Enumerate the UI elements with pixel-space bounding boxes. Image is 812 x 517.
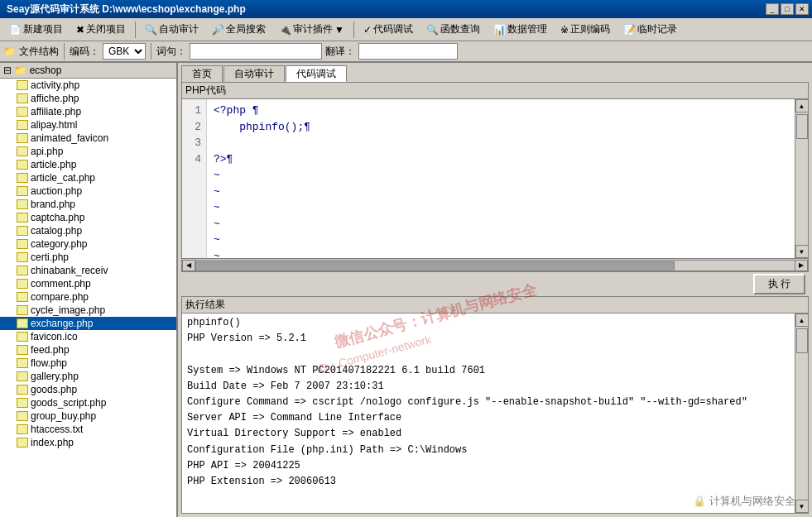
tree-item[interactable]: alipay.html [0, 118, 176, 132]
execute-button[interactable]: 执 行 [753, 274, 805, 294]
exec-row: 执 行 [178, 272, 812, 296]
collapse-icon: ⊟ [3, 65, 12, 76]
tree-item[interactable]: brand.php [0, 198, 176, 211]
tree-item[interactable]: activity.php [0, 79, 176, 92]
h-scroll-left[interactable]: ◀ [182, 260, 195, 271]
tree-item[interactable]: feed.php [0, 343, 176, 357]
tab-code-debug[interactable]: 代码调试 [286, 65, 347, 82]
file-tree-header: ⊟ 📁 ecshop [0, 63, 176, 79]
file-icon [17, 226, 28, 236]
tree-item[interactable]: chinabank_receiv [0, 264, 176, 277]
h-scroll-area[interactable]: ◀ ▶ [182, 258, 808, 271]
h-scrollbar-thumb[interactable] [195, 261, 675, 271]
file-icon [17, 305, 28, 315]
tree-item[interactable]: article_cat.php [0, 171, 176, 184]
minimize-button[interactable]: _ [766, 3, 779, 15]
root-folder-label: ecshop [30, 65, 62, 76]
results-vscrollbar[interactable]: ▲ ▼ [795, 314, 808, 513]
file-icon [17, 107, 28, 117]
results-header: 执行结果 [182, 297, 808, 314]
tree-item[interactable]: group_buy.php [0, 409, 176, 423]
file-label: exchange.php [31, 318, 93, 329]
results-body: phpinfo()PHP Version => 5.2.1 System => … [182, 314, 808, 513]
code-content[interactable]: <?php ¶ phpinfo();¶ ?>¶ ~ ~ ~ ~ ~ ~ ~ ~ [207, 99, 795, 258]
tab-home[interactable]: 首页 [181, 65, 223, 82]
scroll-thumb[interactable] [796, 114, 808, 139]
maximize-button[interactable]: □ [781, 3, 794, 15]
scroll-down-arrow[interactable]: ▼ [795, 245, 809, 258]
tree-item[interactable]: cycle_image.php [0, 304, 176, 317]
results-content[interactable]: phpinfo()PHP Version => 5.2.1 System => … [182, 314, 795, 513]
global-search-button[interactable]: 🔎 全局搜索 [206, 21, 271, 39]
tree-item[interactable]: flow.php [0, 357, 176, 370]
file-label: api.php [31, 146, 63, 157]
tree-item[interactable]: category.php [0, 237, 176, 251]
tree-item[interactable]: gallery.php [0, 370, 176, 383]
tree-item[interactable]: exchange.php [0, 317, 176, 330]
file-icon [17, 438, 28, 448]
data-mgmt-icon: 📊 [493, 24, 506, 36]
file-label: chinabank_receiv [31, 265, 108, 276]
tree-item[interactable]: favicon.ico [0, 330, 176, 343]
tab-auto-audit[interactable]: 自动审计 [223, 65, 285, 82]
tree-item[interactable]: api.php [0, 145, 176, 158]
close-button[interactable]: ✕ [795, 3, 809, 15]
results-scroll-down[interactable]: ▼ [795, 500, 809, 513]
tree-item[interactable]: animated_favicon [0, 132, 176, 145]
code-debug-icon: ✓ [363, 24, 372, 36]
data-mgmt-button[interactable]: 📊 数据管理 [488, 21, 553, 39]
tree-item[interactable]: affiche.php [0, 92, 176, 105]
new-project-icon: 📄 [9, 24, 22, 36]
file-icon [17, 160, 28, 170]
audit-plugin-button[interactable]: 🔌 审计插件 ▼ [273, 21, 350, 39]
tree-item[interactable]: captcha.php [0, 211, 176, 224]
file-icon [17, 332, 28, 342]
tree-item[interactable]: certi.php [0, 251, 176, 264]
file-label: comment.php [31, 278, 91, 290]
translate-input[interactable] [358, 43, 458, 60]
tree-item[interactable]: catalog.php [0, 224, 176, 237]
results-scroll-thumb[interactable] [796, 328, 808, 353]
result-line: PHP API => 20041225 [187, 458, 790, 474]
code-debug-button[interactable]: ✓ 代码调试 [358, 21, 419, 39]
scroll-up-arrow[interactable]: ▲ [795, 99, 809, 112]
regex-icon: ※ [560, 24, 569, 36]
file-label: affiliate.php [31, 106, 81, 117]
results-scroll-up[interactable]: ▲ [795, 314, 809, 327]
sep4 [151, 43, 151, 60]
tree-item[interactable]: affiliate.php [0, 105, 176, 118]
h-scroll-right[interactable]: ▶ [795, 260, 808, 271]
result-line: Server API => Command Line Interface [187, 410, 790, 426]
sep2 [353, 22, 354, 38]
new-project-button[interactable]: 📄 新建项目 [3, 21, 69, 39]
window-controls[interactable]: _ □ ✕ [766, 3, 809, 15]
tree-item[interactable]: auction.php [0, 184, 176, 198]
code-vscrollbar[interactable]: ▲ ▼ [795, 99, 808, 258]
func-query-button[interactable]: 🔍 函数查询 [420, 21, 486, 39]
auto-audit-button[interactable]: 🔍 自动审计 [139, 21, 204, 39]
regex-encode-button[interactable]: ※ 正则编码 [555, 21, 616, 39]
tree-item[interactable]: article.php [0, 158, 176, 171]
tree-item[interactable]: goods.php [0, 383, 176, 396]
file-label: category.php [31, 238, 88, 250]
h-scrollbar-track[interactable] [195, 260, 795, 271]
tree-item[interactable]: index.php [0, 436, 176, 449]
temp-record-button[interactable]: 📝 临时记录 [617, 21, 683, 39]
file-label: cycle_image.php [31, 304, 105, 316]
auto-audit-icon: 🔍 [145, 24, 157, 36]
tree-item[interactable]: htaccess.txt [0, 423, 176, 436]
file-label: goods_script.php [31, 397, 106, 409]
encoding-select[interactable]: GBK [103, 43, 146, 60]
tree-item[interactable]: compare.php [0, 290, 176, 304]
close-project-button[interactable]: ✖ 关闭项目 [70, 21, 132, 39]
file-icon [17, 252, 28, 262]
file-icon [17, 424, 28, 434]
translate-label: 翻译： [325, 45, 355, 59]
file-icon [17, 279, 28, 289]
window-title: Seay源代码审计系统 D:\www\ecshop\exchange.php [7, 2, 246, 17]
tree-item[interactable]: comment.php [0, 277, 176, 290]
tree-item[interactable]: goods_script.php [0, 396, 176, 409]
code-editor[interactable]: 1234 <?php ¶ phpinfo();¶ ?>¶ ~ ~ ~ ~ ~ ~… [182, 99, 808, 258]
file-tree: activity.phpaffiche.phpaffiliate.phpalip… [0, 79, 176, 517]
keyword-input[interactable] [190, 43, 322, 60]
